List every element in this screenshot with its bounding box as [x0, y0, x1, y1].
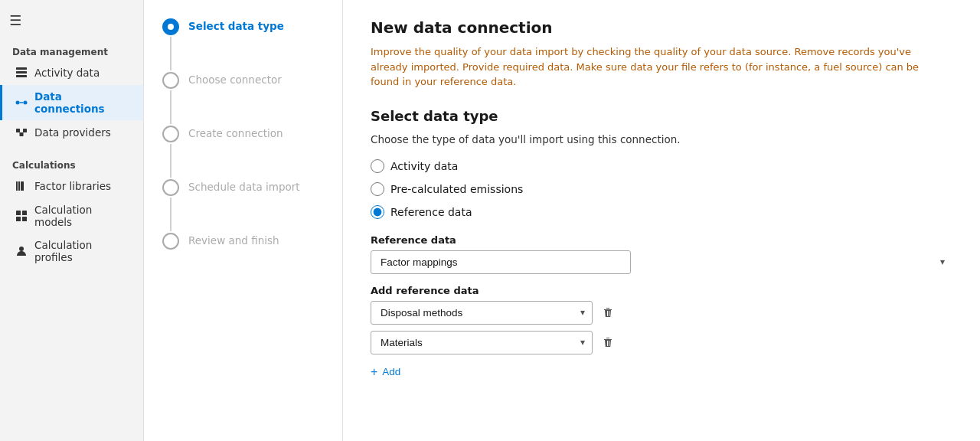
main-content: New data connection Improve the quality …	[343, 0, 980, 441]
step-connector-2	[170, 90, 172, 124]
step-schedule-data-import: Schedule data import	[162, 179, 324, 233]
plus-icon: +	[371, 365, 377, 379]
table-icon	[15, 66, 28, 80]
add-reference-button[interactable]: + Add	[371, 361, 400, 384]
step-circle-3	[162, 126, 179, 142]
add-reference-field-label: Add reference data	[371, 285, 952, 296]
library-icon	[15, 179, 28, 193]
ref-dropdown-1[interactable]: Disposal methods Materials Fuel sources …	[371, 301, 593, 325]
radio-input-pre-calculated[interactable]	[371, 182, 384, 196]
stepper-panel: Select data type Choose connector Create…	[144, 0, 343, 441]
svg-rect-1	[16, 71, 27, 74]
svg-rect-6	[16, 129, 20, 132]
step-connector-4	[170, 198, 172, 231]
svg-rect-13	[22, 211, 27, 215]
step-circle-2	[162, 72, 179, 89]
ref-data-row-1: Disposal methods Materials Fuel sources …	[371, 301, 952, 325]
section-title: Select data type	[371, 108, 952, 124]
radio-label-activity-data: Activity data	[390, 160, 458, 172]
radio-input-reference-data[interactable]	[371, 205, 384, 219]
step-label-2: Choose connector	[188, 72, 282, 86]
data-type-radio-group: Activity data Pre-calculated emissions R…	[371, 159, 952, 219]
step-label-1: Select data type	[188, 18, 284, 32]
svg-rect-2	[16, 75, 27, 77]
svg-rect-15	[22, 217, 27, 221]
step-label-5: Review and finish	[188, 233, 279, 247]
reference-data-dropdown-wrapper: Factor mappings Emission factors Unit co…	[371, 250, 952, 274]
sidebar-item-data-connections[interactable]: Data connections	[0, 85, 143, 120]
svg-rect-11	[21, 181, 24, 191]
profile-icon	[15, 244, 28, 258]
step-select-data-type: Select data type	[162, 18, 324, 72]
step-label-4: Schedule data import	[188, 179, 300, 193]
sidebar-item-label: Factor libraries	[34, 180, 111, 192]
sidebar-item-label: Calculation profiles	[34, 239, 131, 263]
chevron-down-icon: ▾	[940, 256, 945, 267]
step-circle-4	[162, 179, 179, 196]
reference-data-field-label: Reference data	[371, 234, 952, 246]
step-review-and-finish: Review and finish	[162, 233, 324, 250]
svg-rect-0	[16, 67, 27, 70]
hamburger-menu[interactable]: ☰	[0, 6, 143, 41]
svg-rect-14	[16, 217, 21, 221]
radio-pre-calculated[interactable]: Pre-calculated emissions	[371, 182, 952, 196]
ref-dropdown-wrapper-2: Materials Disposal methods Fuel sources …	[371, 331, 593, 354]
sidebar-item-data-providers[interactable]: Data providers	[0, 120, 143, 145]
svg-rect-12	[16, 211, 21, 215]
svg-rect-10	[18, 181, 20, 191]
svg-rect-8	[20, 132, 24, 136]
step-connector-1	[170, 37, 172, 70]
sidebar-item-label: Calculation models	[34, 204, 131, 228]
sidebar-item-activity-data[interactable]: Activity data	[0, 60, 143, 85]
radio-label-pre-calculated: Pre-calculated emissions	[390, 183, 523, 195]
svg-rect-7	[23, 129, 27, 132]
delete-row-1-button[interactable]	[599, 303, 617, 322]
sidebar: ☰ Data management Activity data Data con…	[0, 0, 144, 441]
trash-icon-2	[602, 336, 614, 348]
ref-dropdown-wrapper-1: Disposal methods Materials Fuel sources …	[371, 301, 593, 325]
section-description: Choose the type of data you'll import us…	[371, 133, 830, 145]
trash-icon-1	[602, 306, 614, 318]
radio-reference-data[interactable]: Reference data	[371, 205, 952, 219]
sidebar-item-label: Data providers	[34, 126, 111, 139]
model-icon	[15, 209, 28, 223]
section-label-data-management: Data management	[0, 41, 143, 60]
step-connector-3	[170, 144, 172, 178]
connection-icon	[15, 96, 28, 109]
svg-point-4	[24, 101, 28, 105]
sidebar-item-label: Data connections	[34, 90, 131, 115]
sidebar-item-factor-libraries[interactable]: Factor libraries	[0, 174, 143, 198]
svg-rect-9	[16, 181, 18, 191]
svg-point-16	[19, 247, 24, 251]
sidebar-item-calculation-models[interactable]: Calculation models	[0, 198, 143, 234]
step-circle-1	[162, 18, 179, 35]
reference-data-dropdown[interactable]: Factor mappings Emission factors Unit co…	[371, 250, 631, 274]
radio-label-reference-data: Reference data	[390, 206, 472, 218]
step-circle-5	[162, 233, 179, 250]
section-label-calculations: Calculations	[0, 154, 143, 174]
delete-row-2-button[interactable]	[599, 333, 617, 351]
svg-point-3	[16, 101, 20, 105]
radio-input-activity-data[interactable]	[371, 159, 384, 173]
provider-icon	[15, 126, 28, 139]
ref-data-row-2: Materials Disposal methods Fuel sources …	[371, 331, 952, 354]
page-title: New data connection	[371, 18, 952, 37]
step-create-connection: Create connection	[162, 126, 324, 179]
sidebar-item-label: Activity data	[34, 67, 100, 79]
sidebar-item-calculation-profiles[interactable]: Calculation profiles	[0, 234, 143, 269]
info-banner: Improve the quality of your data import …	[371, 44, 937, 90]
step-choose-connector: Choose connector	[162, 72, 324, 126]
ref-dropdown-2[interactable]: Materials Disposal methods Fuel sources …	[371, 331, 593, 354]
radio-activity-data[interactable]: Activity data	[371, 159, 952, 173]
add-button-label: Add	[382, 366, 400, 377]
step-label-3: Create connection	[188, 126, 283, 139]
